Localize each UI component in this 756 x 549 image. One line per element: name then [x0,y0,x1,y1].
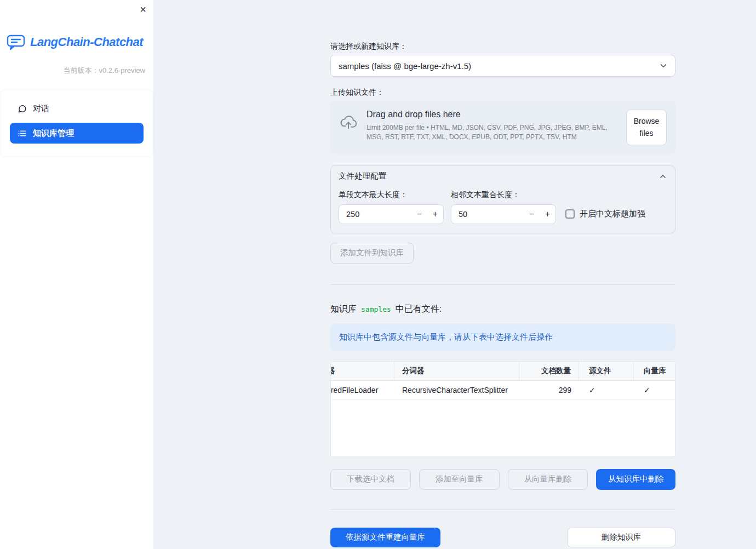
cell-source-file-check: ✓ [579,381,634,399]
kb-files-prefix: 知识库 [330,304,357,315]
divider [330,509,675,510]
cloud-upload-icon [339,110,358,130]
sidebar-menu: 对话 知识库管理 [1,90,152,156]
zh-title-enhance-checkbox[interactable] [565,209,575,219]
chunk-size-input[interactable]: 250 − + [339,204,444,224]
cell-vector-store-check: ✓ [634,381,675,399]
chunk-size-group: 单段文本最大长度： 250 − + [339,190,444,224]
sidebar: × LangChain-Chatchat 当前版本：v0.2.6-preview… [0,0,153,549]
download-selected-button[interactable]: 下载选中文档 [330,469,411,490]
cell-splitter: RecursiveCharacterTextSplitter [394,381,519,399]
kb-selectbox-value: samples (faiss @ bge-large-zh-v1.5) [339,61,471,71]
overlap-size-label: 相邻文本重合长度： [451,190,556,200]
table-row[interactable]: UnstructuredFileLoader RecursiveCharacte… [330,381,675,400]
file-config-title: 文件处理配置 [339,171,386,181]
kb-files-table: 文档加载器 分词器 文档数量 源文件 向量库 UnstructuredFileL… [330,361,675,457]
cell-loader: UnstructuredFileLoader [330,381,394,399]
knowledge-list-icon [18,129,27,138]
logo-chat-icon [7,34,25,50]
kb-selectbox[interactable]: samples (faiss @ bge-large-zh-v1.5) [330,55,675,77]
dropzone-limit-text: Limit 200MB per file • HTML, MD, JSON, C… [366,123,617,142]
kb-files-suffix: 中已有文件: [396,304,442,315]
sidebar-item-knowledge-base[interactable]: 知识库管理 [10,123,144,144]
zh-title-enhance-row: 开启中文标题加强 [565,209,645,219]
sidebar-item-label: 对话 [33,104,49,114]
chunk-size-increment-button[interactable]: + [427,209,443,219]
zh-title-enhance-label: 开启中文标题加强 [580,209,645,219]
overlap-size-group: 相邻文本重合长度： 50 − + [451,190,556,224]
delete-from-vector-store-button[interactable]: 从向量库删除 [508,469,588,490]
sidebar-close-button[interactable]: × [140,4,146,15]
overlap-size-value: 50 [451,210,524,219]
cell-doc-count: 299 [519,381,579,399]
sidebar-item-dialogue[interactable]: 对话 [10,98,144,119]
file-actions-row: 下载选中文档 添加至向量库 从向量库删除 从知识库中删除 [330,469,675,490]
kb-select-label: 请选择或新建知识库： [330,42,675,52]
chat-bubble-icon [18,104,27,113]
chevron-down-icon [658,61,668,71]
file-config-body: 单段文本最大长度： 250 − + 相邻文本重合长度： 50 − + [331,187,675,233]
chunk-size-label: 单段文本最大长度： [339,190,444,200]
table-header-source-file: 源文件 [579,362,634,380]
overlap-size-increment-button[interactable]: + [540,209,555,219]
main-area: 请选择或新建知识库： samples (faiss @ bge-large-zh… [153,0,756,549]
table-header-row: 文档加载器 分词器 文档数量 源文件 向量库 [330,362,675,381]
rebuild-vector-store-button[interactable]: 依据源文件重建向量库 [330,528,440,547]
app-title: LangChain-Chatchat [30,35,143,49]
dropzone-texts: Drag and drop files here Limit 200MB per… [366,110,617,142]
app-logo: LangChain-Chatchat [7,34,147,50]
sidebar-item-label: 知识库管理 [33,128,74,139]
file-dropzone[interactable]: Drag and drop files here Limit 200MB per… [330,101,675,154]
browse-files-button[interactable]: Browse files [626,110,667,145]
dropzone-title: Drag and drop files here [366,110,617,119]
delete-kb-button[interactable]: 删除知识库 [567,528,675,547]
table-header-vector-store: 向量库 [634,362,675,380]
chunk-size-decrement-button[interactable]: − [411,209,427,219]
upload-label: 上传知识文件： [330,88,675,98]
chevron-up-icon [658,172,667,181]
version-label: 当前版本：v0.2.6-preview [0,66,153,76]
kb-info-banner: 知识库中包含源文件与向量库，请从下表中选择文件后操作 [330,324,675,351]
delete-from-kb-button[interactable]: 从知识库中删除 [596,469,675,490]
add-files-to-kb-button[interactable]: 添加文件到知识库 [330,243,414,264]
file-config-expander: 文件处理配置 单段文本最大长度： 250 − + 相邻文 [330,165,675,233]
table-header-loader: 文档加载器 [330,362,394,380]
overlap-size-decrement-button[interactable]: − [524,209,540,219]
table-header-doc-count: 文档数量 [519,362,579,380]
chunk-size-value: 250 [339,210,411,219]
kb-name-code: samples [361,305,391,313]
overlap-size-input[interactable]: 50 − + [451,204,556,224]
table-header-splitter: 分词器 [394,362,519,380]
add-to-vector-store-button[interactable]: 添加至向量库 [419,469,500,490]
divider [330,284,675,285]
file-config-expander-header[interactable]: 文件处理配置 [331,166,675,187]
kb-management-row: 依据源文件重建向量库 删除知识库 [330,528,675,547]
kb-files-heading: 知识库 samples 中已有文件: [330,304,675,315]
